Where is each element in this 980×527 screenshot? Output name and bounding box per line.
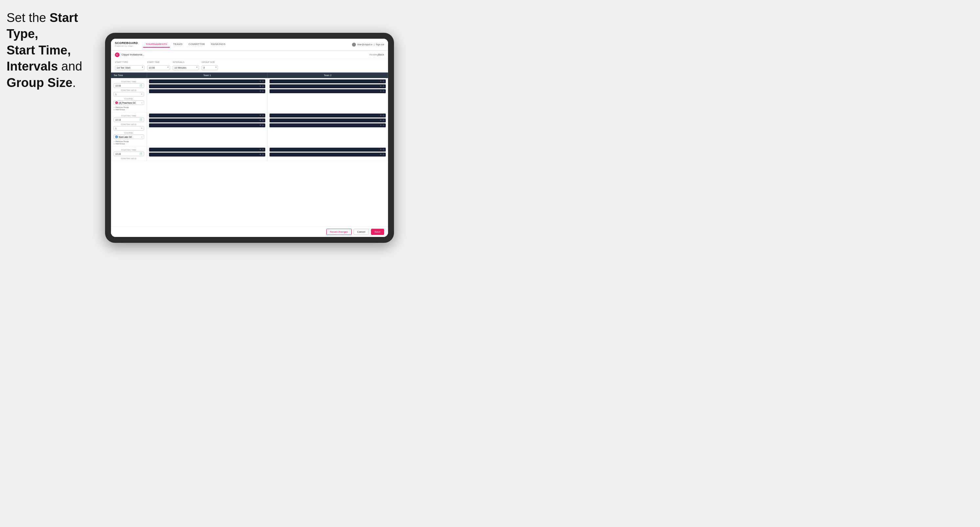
slot-x-1[interactable]: ✕ (259, 80, 261, 83)
remove-group-1[interactable]: ○ Remove Group (114, 106, 144, 108)
slot-edit-t2-3[interactable]: ⊙ (382, 90, 385, 92)
hosting-label: Hosting (369, 53, 378, 56)
group-row-3: STARTING TIME: 10:20 🕐 STARTING HOLE: ✕ … (111, 146, 388, 161)
player-slot-g2-t2-3: ✕ ⊙ (270, 123, 386, 127)
slot-edit-t2-2[interactable]: ⊙ (382, 85, 385, 87)
player-slot-1-2: ✕ ⊙ (149, 84, 265, 88)
start-time-select-wrap: 10:00 09:00 08:00 (147, 64, 170, 70)
start-type-select[interactable]: 1st Tee Start Shotgun Start (115, 65, 145, 70)
group-size-select[interactable]: 3 2 4 (202, 65, 218, 70)
slot-edit-1[interactable]: ⊙ (262, 80, 264, 83)
start-time-select[interactable]: 10:00 09:00 08:00 (147, 65, 170, 70)
slot-x-g2-2[interactable]: ✕ (259, 119, 261, 122)
slot-x-g2-1[interactable]: ✕ (259, 114, 261, 117)
nav-bar: SCOREBOARD Powered by clipp... TOURNAMEN… (111, 39, 388, 51)
slot-x-3[interactable]: ✕ (259, 90, 261, 92)
slot-edit-3[interactable]: ⊙ (262, 90, 264, 92)
tournament-logo: C (115, 52, 119, 57)
player-slot-1-3: ✕ ⊙ (149, 89, 265, 93)
slot-x-g2-t2-3[interactable]: ✕ (380, 124, 382, 127)
nav-tab-tournaments[interactable]: TOURNAMENTS (143, 41, 170, 48)
team2-col-2: ✕ ⊙ ✕ ⊙ ✕ (267, 112, 388, 146)
slot-edit-g2-t2-1[interactable]: ⊙ (382, 114, 385, 117)
slot-edit-g2-1[interactable]: ⊙ (262, 114, 264, 117)
starting-time-value-1: 10:00 🕐 (114, 83, 144, 88)
slot-edit-g2-t2-3[interactable]: ⊙ (382, 124, 385, 127)
slot-x-g3-2[interactable]: ✕ (259, 153, 261, 156)
slot-edit-g3-1[interactable]: ⊙ (262, 148, 264, 151)
group-row-inner-2: STARTING TIME: 10:10 🕐 STARTING HOLE: 1 … (111, 112, 388, 146)
nav-tabs: TOURNAMENTS TEAMS COMMITTEE RANKINGS (143, 41, 352, 48)
player-slot-g2-t2-1: ✕ ⊙ (270, 114, 386, 117)
course-name-2: East Lake GC (119, 136, 132, 138)
starting-time-label-2: STARTING TIME: (114, 115, 144, 117)
course-remove-2[interactable]: × (141, 136, 143, 138)
starting-time-label-3: STARTING TIME: (114, 149, 144, 151)
bottom-bar: Reset Changes Cancel Save (111, 226, 388, 237)
starting-hole-label-3: STARTING HOLE: (114, 157, 144, 159)
course-value-1: A (A) Peachtree GC × (114, 100, 144, 105)
player-slot-g2-t2-2: ✕ ⊙ (270, 119, 386, 122)
add-group-2[interactable]: + Add Group (114, 143, 144, 145)
slot-x-t2-1[interactable]: ✕ (380, 80, 382, 83)
slot-x-g3-1[interactable]: ✕ (259, 148, 261, 151)
nav-tab-rankings[interactable]: RANKINGS (208, 41, 228, 48)
table-area: Tee Time Team 1 Team 2 STARTING TIME: 10… (111, 73, 388, 226)
chevron-icon-2: ▾ (141, 127, 143, 130)
player-slot-2-1: ✕ ⊙ (270, 79, 386, 83)
group-size-control: Group Size 3 2 4 (202, 61, 218, 70)
start-time-control: Start Time 10:00 09:00 08:00 (147, 61, 170, 70)
slot-x-t2-3[interactable]: ✕ (380, 90, 382, 92)
remove-group-2[interactable]: ○ Remove Group (114, 140, 144, 143)
cancel-button[interactable]: Cancel (353, 229, 369, 235)
player-slot-1-1: ✕ ⊙ (149, 79, 265, 83)
player-slot-g3-t1-1: ✕ ⊙ (149, 148, 265, 152)
team1-col-1: ✕ ⊙ ✕ ⊙ ✕ (147, 78, 267, 112)
slot-x-2[interactable]: ✕ (259, 85, 261, 87)
slot-x-g2-t2-1[interactable]: ✕ (380, 114, 382, 117)
intervals-select-wrap: 10 Minutes 8 Minutes 12 Minutes (173, 64, 199, 70)
group-left-col-1: STARTING TIME: 10:00 🕐 STARTING HOLE: 1 … (111, 78, 147, 112)
slot-edit-g2-t2-2[interactable]: ⊙ (382, 119, 385, 122)
slot-edit-g3-2[interactable]: ⊙ (262, 153, 264, 156)
clock-icon-1: 🕐 (140, 84, 143, 87)
slot-edit-g2-2[interactable]: ⊙ (262, 119, 264, 122)
slot-x-g3-t2-1[interactable]: ✕ (380, 148, 382, 151)
group-actions-2: ○ Remove Group + Add Group (114, 140, 144, 145)
save-button[interactable]: Save (371, 229, 384, 235)
nav-tab-committee[interactable]: COMMITTEE (186, 41, 208, 48)
player-slot-g3-t2-2: ✕ ⊙ (270, 152, 386, 157)
col-team1: Team 1 (147, 73, 267, 78)
sub-header: C Clippd Invitational... Hosting Back (111, 51, 388, 59)
start-type-label: Start Type (115, 61, 145, 63)
slot-x-t2-2[interactable]: ✕ (380, 85, 382, 87)
course-remove-1[interactable]: × (141, 102, 143, 104)
controls-row: Start Type 1st Tee Start Shotgun Start S… (111, 59, 388, 73)
add-group-1[interactable]: + Add Group (114, 109, 144, 111)
player-slot-g2-t1-2: ✕ ⊙ (149, 119, 265, 122)
group-row-inner-3: STARTING TIME: 10:20 🕐 STARTING HOLE: ✕ … (111, 146, 388, 161)
course-logo-1: A (115, 102, 118, 104)
slot-x-g2-3[interactable]: ✕ (259, 124, 261, 127)
reset-changes-button[interactable]: Reset Changes (326, 229, 352, 235)
course-value-2: E East Lake GC × (114, 135, 144, 139)
player-slot-g2-t1-3: ✕ ⊙ (149, 123, 265, 127)
slot-edit-2[interactable]: ⊙ (262, 85, 264, 87)
player-slot-g3-t2-1: ✕ ⊙ (270, 148, 386, 152)
slot-edit-g3-t2-2[interactable]: ⊙ (382, 153, 385, 156)
slot-edit-t2-1[interactable]: ⊙ (382, 80, 385, 83)
slot-x-g2-t2-2[interactable]: ✕ (380, 119, 382, 122)
slot-edit-g3-t2-1[interactable]: ⊙ (382, 148, 385, 151)
sign-out-link[interactable]: Sign out (375, 43, 384, 46)
intervals-select[interactable]: 10 Minutes 8 Minutes 12 Minutes (173, 65, 199, 70)
nav-tab-teams[interactable]: TEAMS (170, 41, 185, 48)
slot-x-g3-t2-2[interactable]: ✕ (380, 153, 382, 156)
back-button[interactable]: Back (378, 53, 384, 56)
group-size-label: Group Size (202, 61, 218, 63)
starting-time-value-3: 10:20 🕐 (114, 152, 144, 156)
starting-hole-value-1: 1 ▾ (114, 92, 144, 97)
slot-edit-g2-3[interactable]: ⊙ (262, 124, 264, 127)
starting-hole-value-2: 1 ▾ (114, 126, 144, 130)
group-left-col-3: STARTING TIME: 10:20 🕐 STARTING HOLE: (111, 146, 147, 161)
group-size-select-wrap: 3 2 4 (202, 64, 218, 70)
